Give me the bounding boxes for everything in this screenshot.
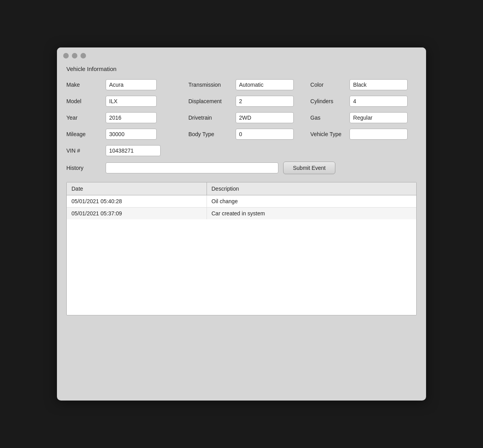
model-input[interactable] [106, 96, 157, 107]
model-group: Model [66, 96, 173, 107]
gas-group: Gas [310, 112, 417, 123]
col-description-header: Description [207, 182, 416, 195]
displacement-group: Displacement [188, 96, 295, 107]
submit-event-button[interactable]: Submit Event [283, 162, 335, 174]
gas-label: Gas [310, 115, 349, 121]
vehicle-type-input[interactable] [349, 129, 408, 140]
history-table-container: Date Description 05/01/2021 05:40:28Oil … [66, 182, 417, 315]
transmission-label: Transmission [188, 82, 236, 88]
body-type-input[interactable] [236, 129, 294, 140]
table-cell-date: 05/01/2021 05:37:09 [67, 208, 207, 220]
make-input[interactable] [106, 79, 157, 90]
gas-input[interactable] [349, 112, 408, 123]
form-row-2: Model Displacement Cylinders [66, 96, 417, 107]
history-input[interactable] [106, 162, 278, 173]
color-input[interactable] [349, 79, 408, 90]
table-cell-description: Oil change [207, 195, 416, 208]
title-bar [57, 47, 426, 62]
maximize-button[interactable] [80, 53, 86, 58]
cylinders-input[interactable] [349, 96, 408, 107]
table-cell-date: 05/01/2021 05:40:28 [67, 195, 207, 208]
history-label: History [66, 165, 106, 171]
vehicle-type-group: Vehicle Type [310, 129, 417, 140]
form-row-1: Make Transmission Color [66, 79, 417, 90]
body-type-label: Body Type [188, 131, 236, 137]
year-group: Year [66, 112, 173, 123]
page-title: Vehicle Information [66, 66, 417, 72]
make-label: Make [66, 82, 106, 88]
vin-input[interactable] [106, 145, 161, 156]
cylinders-group: Cylinders [310, 96, 417, 107]
table-row: 05/01/2021 05:40:28Oil change [67, 195, 416, 208]
body-type-group: Body Type [188, 129, 295, 140]
transmission-group: Transmission [188, 79, 295, 90]
history-row: History Submit Event [66, 162, 417, 174]
drivetrain-group: Drivetrain [188, 112, 295, 123]
col-date-header: Date [67, 182, 207, 195]
mileage-label: Mileage [66, 131, 106, 137]
history-table: Date Description 05/01/2021 05:40:28Oil … [67, 182, 416, 219]
close-button[interactable] [63, 53, 69, 58]
mileage-input[interactable] [106, 129, 157, 140]
displacement-input[interactable] [236, 96, 294, 107]
main-window: Vehicle Information Make Transmission Co… [57, 47, 426, 401]
form-grid: Make Transmission Color Model [66, 79, 417, 180]
vehicle-type-label: Vehicle Type [310, 131, 349, 137]
table-cell-description: Car created in system [207, 208, 416, 220]
cylinders-label: Cylinders [310, 98, 349, 104]
year-input[interactable] [106, 112, 157, 123]
displacement-label: Displacement [188, 98, 236, 104]
vin-group: VIN # [66, 145, 417, 156]
transmission-input[interactable] [236, 79, 294, 90]
form-row-4: Mileage Body Type Vehicle Type [66, 129, 417, 140]
minimize-button[interactable] [72, 53, 77, 58]
model-label: Model [66, 98, 106, 104]
mileage-group: Mileage [66, 129, 173, 140]
year-label: Year [66, 115, 106, 121]
vin-label: VIN # [66, 148, 106, 154]
drivetrain-input[interactable] [236, 112, 294, 123]
drivetrain-label: Drivetrain [188, 115, 236, 121]
table-header-row: Date Description [67, 182, 416, 195]
window-content: Vehicle Information Make Transmission Co… [57, 62, 426, 325]
color-label: Color [310, 82, 349, 88]
make-group: Make [66, 79, 173, 90]
vin-row: VIN # [66, 145, 417, 156]
table-row: 05/01/2021 05:37:09Car created in system [67, 208, 416, 220]
form-row-3: Year Drivetrain Gas [66, 112, 417, 123]
color-group: Color [310, 79, 417, 90]
